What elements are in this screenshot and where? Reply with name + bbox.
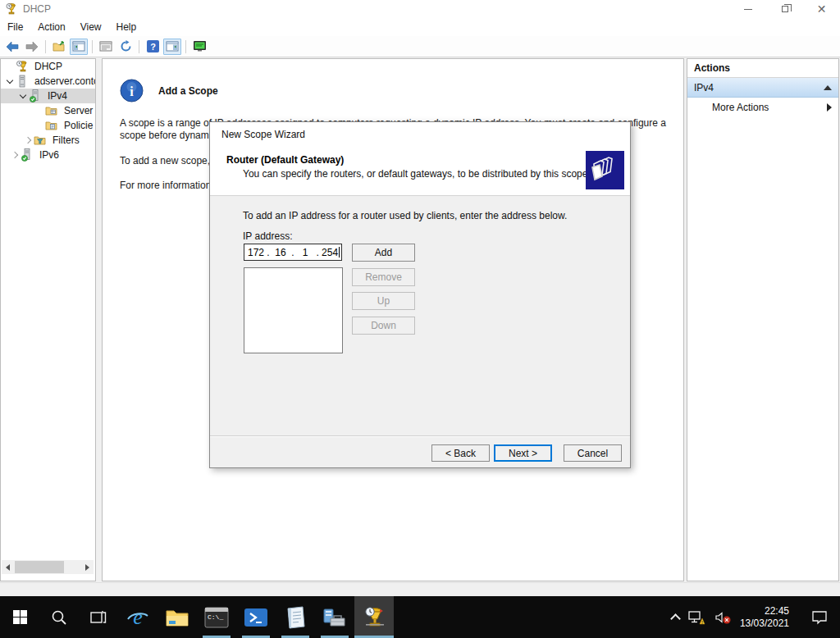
search-icon <box>51 609 67 626</box>
server-check-icon <box>21 148 34 162</box>
menu-bar: File Action View Help <box>0 18 840 36</box>
tree-item-server-options[interactable]: Server <box>1 103 95 118</box>
tree-item-adserver[interactable]: adserver.conto <box>1 74 95 89</box>
tree-item-label: Policie <box>62 119 95 132</box>
volume-muted-icon[interactable] <box>714 609 732 626</box>
command-prompt-button[interactable]: C:\_ <box>197 596 236 638</box>
tree-item-filters[interactable]: Filters <box>1 133 95 148</box>
back-icon <box>5 41 20 52</box>
router-address-list[interactable] <box>244 267 343 353</box>
restore-icon <box>782 6 788 12</box>
search-button[interactable] <box>39 596 79 638</box>
expander-open-icon[interactable] <box>17 95 29 98</box>
tree-item-ipv6[interactable]: IPv6 <box>1 148 95 162</box>
close-icon: ✕ <box>817 3 827 15</box>
toolbar-separator <box>139 40 139 53</box>
file-explorer-button[interactable] <box>158 596 197 638</box>
collapse-icon[interactable] <box>824 85 832 90</box>
taskbar: e C:\_ <box>0 596 840 638</box>
svg-text:?: ? <box>150 42 156 52</box>
close-button[interactable]: ✕ <box>803 0 840 18</box>
folder-up-icon <box>52 40 66 52</box>
forward-icon <box>25 41 39 52</box>
more-actions-item[interactable]: More Actions <box>687 98 838 117</box>
task-view-icon <box>90 610 107 625</box>
tree-item-dhcp[interactable]: DHCP <box>1 59 95 74</box>
restore-button[interactable] <box>766 0 803 18</box>
clock-date: 13/03/2021 <box>740 617 789 630</box>
dhcp-taskbar-button[interactable] <box>354 596 394 638</box>
clock-time: 22:45 <box>740 605 789 617</box>
more-actions-label: More Actions <box>712 102 769 113</box>
powershell-button[interactable] <box>236 596 276 638</box>
task-view-button[interactable] <box>79 596 118 638</box>
help-button[interactable]: ? <box>144 39 162 55</box>
minimize-icon <box>744 9 752 10</box>
back-button[interactable]: < Back <box>431 444 490 462</box>
menu-view[interactable]: View <box>73 19 109 35</box>
properties-icon <box>99 41 112 52</box>
svg-text:i: i <box>130 84 134 98</box>
tree-item-label: Server <box>62 104 95 117</box>
toolbar: ? <box>0 36 840 57</box>
add-button[interactable]: Add <box>352 244 415 262</box>
taskbar-clock[interactable]: 22:45 13/03/2021 <box>740 605 789 630</box>
page-title: Add a Scope <box>158 85 218 97</box>
actions-group-ipv4[interactable]: IPv4 <box>687 78 838 98</box>
wizard-header: Router (Default Gateway) You can specify… <box>210 147 630 196</box>
refresh-icon <box>120 40 132 52</box>
toolbar-separator <box>92 40 93 53</box>
status-strip <box>0 582 840 596</box>
internet-explorer-button[interactable]: e <box>118 596 158 638</box>
footer-separator <box>210 435 630 437</box>
action-pane-toggle-button[interactable] <box>163 39 181 55</box>
expander-open-icon[interactable] <box>4 80 16 83</box>
filter-icon <box>34 134 47 147</box>
minimize-button[interactable] <box>729 0 766 18</box>
submenu-arrow-icon <box>827 103 832 112</box>
tree-horizontal-scrollbar[interactable] <box>2 560 94 574</box>
console-tree-toggle-button[interactable] <box>70 39 88 55</box>
up-button[interactable]: Up <box>352 292 415 310</box>
scroll-left-arrow[interactable] <box>2 560 14 574</box>
scroll-right-arrow[interactable] <box>81 560 94 574</box>
start-button[interactable] <box>0 596 39 638</box>
server-check-icon <box>29 89 42 103</box>
cancel-button[interactable]: Cancel <box>564 444 622 462</box>
server-icon <box>16 75 29 88</box>
tree-item-label: adserver.conto <box>32 75 96 88</box>
next-button[interactable]: Next > <box>494 444 552 462</box>
menu-action[interactable]: Action <box>30 19 72 35</box>
server-manager-button[interactable] <box>315 596 354 638</box>
wizard-instruction: To add an IP address for a router used b… <box>243 210 567 221</box>
svg-text:e: e <box>133 605 143 629</box>
info-icon: i <box>120 79 144 103</box>
menu-file[interactable]: File <box>0 19 30 35</box>
action-pane-toggle-icon <box>166 41 179 52</box>
notepad-button[interactable] <box>276 596 315 638</box>
back-button[interactable] <box>3 39 21 55</box>
statistics-button[interactable] <box>190 39 208 55</box>
wizard-page-subtitle: You can specify the routers, or default … <box>243 168 591 180</box>
hidden-icons-chevron-icon[interactable] <box>670 613 681 624</box>
remove-button[interactable]: Remove <box>352 268 415 286</box>
tree-item-policies[interactable]: Policie <box>1 118 95 133</box>
expander-closed-icon[interactable] <box>9 153 21 157</box>
system-tray: ! 22:45 13/03/2021 <box>672 596 840 638</box>
menu-help[interactable]: Help <box>109 19 144 35</box>
scrollbar-thumb[interactable] <box>15 561 64 573</box>
properties-button[interactable] <box>97 39 115 55</box>
down-button[interactable]: Down <box>352 317 415 335</box>
tree-item-ipv4[interactable]: IPv4 <box>1 89 95 103</box>
toolbar-separator <box>45 40 46 53</box>
actions-group-label: IPv4 <box>694 82 714 93</box>
network-warning-icon[interactable]: ! <box>687 609 705 626</box>
action-center-icon[interactable] <box>810 609 829 626</box>
refresh-button[interactable] <box>116 39 135 55</box>
ip-address-input[interactable]: 172 . 16 . 1 . 254 <box>244 244 342 261</box>
folder-up-button[interactable] <box>50 39 68 55</box>
expander-closed-icon[interactable] <box>22 138 34 143</box>
forward-button[interactable] <box>23 39 41 55</box>
window-title: DHCP <box>23 3 51 15</box>
svg-text:!: ! <box>701 619 703 624</box>
